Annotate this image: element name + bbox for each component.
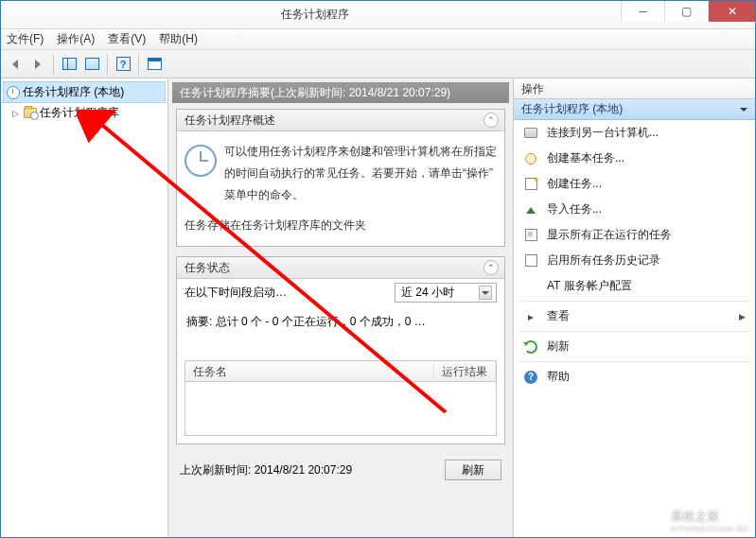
refresh-row: 上次刷新时间: 2014/8/21 20:07:29 刷新 xyxy=(172,454,509,486)
overview-panel: 任务计划程序概述 ⌃ 可以使用任务计划程序来创建和管理计算机将在所指定的时间自动… xyxy=(176,109,505,247)
action-help[interactable]: ? 帮助 xyxy=(514,364,755,390)
properties-button[interactable] xyxy=(81,54,102,75)
watermark-logo-icon xyxy=(637,511,665,531)
menu-action[interactable]: 操作(A) xyxy=(57,31,95,47)
history-icon xyxy=(523,253,538,269)
pane-split-icon xyxy=(62,58,77,70)
help-icon: ? xyxy=(523,370,538,385)
action-label: 创建任务... xyxy=(547,176,602,192)
status-panel: 任务状态 ⌃ 在以下时间段启动… 近 24 小时 摘要: 总计 0 个 - 0 … xyxy=(176,256,505,444)
task-table: 任务名 运行结果 xyxy=(185,360,497,436)
task-table-header: 任务名 运行结果 xyxy=(185,361,496,382)
titlebar: 任务计划程序 ─ ▢ ✕ xyxy=(1,1,755,29)
tree-library-label: 任务计划程序库 xyxy=(40,105,119,121)
collapse-icon[interactable]: ⌃ xyxy=(483,113,499,128)
separator xyxy=(519,301,749,302)
tree-pane: 任务计划程序 (本地) ▷ 任务计划程序库 xyxy=(1,78,168,537)
collapse-icon[interactable]: ⌃ xyxy=(483,260,499,275)
close-button[interactable]: ✕ xyxy=(708,1,755,22)
refresh-button[interactable]: 刷新 xyxy=(445,460,501,480)
action-at-service[interactable]: AT 服务帐户配置 xyxy=(514,273,755,299)
watermark: 系统之家 XITONGZHIJIA.NE xyxy=(637,509,749,533)
menu-bar: 文件(F) 操作(A) 查看(V) 帮助(H) xyxy=(1,29,755,50)
view-icon xyxy=(523,309,538,324)
dropdown-button-icon xyxy=(479,286,492,300)
col-task-name[interactable]: 任务名 xyxy=(185,361,434,381)
refresh-icon xyxy=(523,339,538,355)
actions-group-title: 任务计划程序 (本地) xyxy=(521,101,623,117)
status-filter-label: 在以下时间段启动… xyxy=(185,285,287,301)
help-icon: ? xyxy=(116,57,131,71)
summary-header: 任务计划程序摘要(上次刷新时间: 2014/8/21 20:07:29) xyxy=(172,82,509,103)
watermark-sub: XITONGZHIJIA.NE xyxy=(671,525,749,533)
action-enable-history[interactable]: 启用所有任务历史记录 xyxy=(514,248,755,273)
menu-help[interactable]: 帮助(H) xyxy=(159,31,198,47)
action-label: 查看 xyxy=(547,308,570,324)
action-refresh[interactable]: 刷新 xyxy=(514,334,755,359)
action-view[interactable]: 查看 ▶ xyxy=(514,304,755,329)
clock-icon xyxy=(185,145,217,177)
tree-library-node[interactable]: ▷ 任务计划程序库 xyxy=(3,103,166,123)
folder-icon xyxy=(24,108,37,118)
nav-back-button[interactable] xyxy=(5,54,26,75)
col-result[interactable]: 运行结果 xyxy=(434,361,496,381)
actions-group-header[interactable]: 任务计划程序 (本地) xyxy=(514,99,755,120)
overview-panel-body: 可以使用任务计划程序来创建和管理计算机将在所指定的时间自动执行的常见任务。若要开… xyxy=(177,131,504,246)
import-icon xyxy=(523,202,538,217)
separator xyxy=(519,361,749,362)
body-area: 任务计划程序 (本地) ▷ 任务计划程序库 任务计划程序摘要(上次刷新时间: 2… xyxy=(1,78,755,537)
show-hide-tree-button[interactable] xyxy=(59,54,79,75)
expand-icon[interactable]: ▷ xyxy=(10,108,21,118)
time-range-value: 近 24 小时 xyxy=(401,285,454,301)
overview-tail: 任务存储在任务计划程序库的文件夹 xyxy=(185,215,497,236)
actions-pane: 操作 任务计划程序 (本地) 连接到另一台计算机... 创建基本任务... 创建… xyxy=(513,78,755,537)
action-label: AT 服务帐户配置 xyxy=(547,278,632,294)
separator xyxy=(53,54,54,75)
overview-text: 可以使用任务计划程序来创建和管理计算机将在所指定的时间自动执行的常见任务。若要开… xyxy=(224,141,497,205)
computer-icon xyxy=(523,126,538,141)
time-range-dropdown[interactable]: 近 24 小时 xyxy=(395,283,497,303)
refresh-button-label: 刷新 xyxy=(462,462,484,478)
action-label: 导入任务... xyxy=(547,201,602,217)
menu-view[interactable]: 查看(V) xyxy=(108,31,146,47)
help-button[interactable]: ? xyxy=(113,54,133,75)
action-connect[interactable]: 连接到另一台计算机... xyxy=(514,120,755,146)
tree-root-node[interactable]: 任务计划程序 (本地) xyxy=(3,81,166,103)
clock-icon xyxy=(7,86,20,99)
watermark-text: 系统之家 xyxy=(671,509,749,525)
center-pane: 任务计划程序摘要(上次刷新时间: 2014/8/21 20:07:29) 任务计… xyxy=(168,78,513,537)
overview-panel-title: 任务计划程序概述 ⌃ xyxy=(177,110,504,131)
task-scheduler-window: 任务计划程序 ─ ▢ ✕ 文件(F) 操作(A) 查看(V) 帮助(H) ? 任… xyxy=(0,0,756,538)
action-import-task[interactable]: 导入任务... xyxy=(514,197,755,222)
summary-line: 摘要: 总计 0 个 - 0 个正在运行，0 个成功，0 … xyxy=(177,312,504,360)
clock-overlay-icon xyxy=(30,112,39,120)
separator xyxy=(519,331,749,332)
menu-file[interactable]: 文件(F) xyxy=(7,31,44,47)
running-tasks-icon xyxy=(523,228,538,243)
calendar-button[interactable] xyxy=(144,54,165,75)
action-create-task[interactable]: 创建任务... xyxy=(514,171,755,197)
action-label: 连接到另一台计算机... xyxy=(547,125,659,141)
action-show-running[interactable]: 显示所有正在运行的任务 xyxy=(514,222,755,248)
minimize-button[interactable]: ─ xyxy=(621,1,664,22)
actions-pane-title: 操作 xyxy=(514,78,755,99)
action-label: 启用所有任务历史记录 xyxy=(547,252,660,269)
submenu-arrow-icon: ▶ xyxy=(739,312,746,321)
calendar-icon xyxy=(148,58,162,70)
basic-task-icon xyxy=(523,151,538,166)
create-task-icon xyxy=(523,177,538,192)
last-refresh-label: 上次刷新时间: 2014/8/21 20:07:29 xyxy=(180,462,352,478)
action-create-basic-task[interactable]: 创建基本任务... xyxy=(514,146,755,171)
separator xyxy=(107,54,108,75)
window-title: 任务计划程序 xyxy=(9,7,621,23)
pane-icon xyxy=(85,58,99,70)
nav-forward-button[interactable] xyxy=(27,54,48,75)
status-filter-row: 在以下时间段启动… 近 24 小时 xyxy=(177,279,504,312)
status-panel-title: 任务状态 ⌃ xyxy=(177,257,504,279)
action-label: 创建基本任务... xyxy=(547,150,624,166)
toolbar: ? xyxy=(1,50,755,78)
maximize-button[interactable]: ▢ xyxy=(664,1,708,22)
arrow-right-icon xyxy=(35,60,41,69)
status-title-label: 任务状态 xyxy=(185,260,230,276)
action-label: 显示所有正在运行的任务 xyxy=(547,227,672,243)
